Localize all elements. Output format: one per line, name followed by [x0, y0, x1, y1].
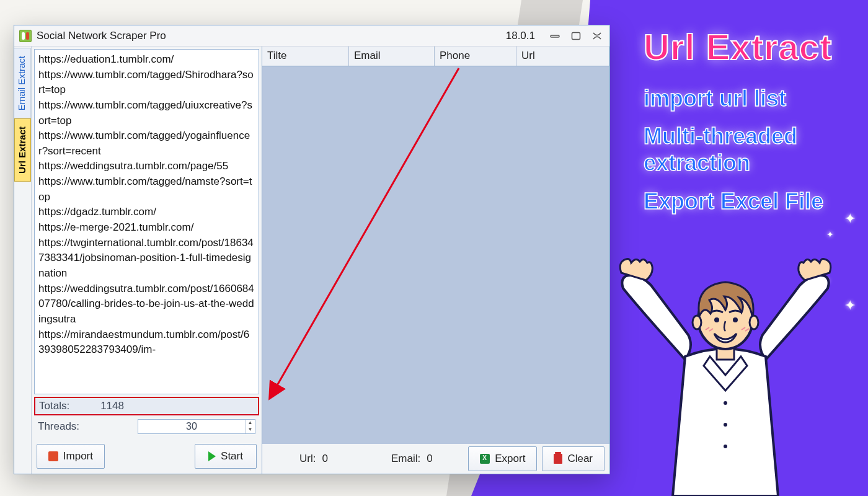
export-button[interactable]: Export [468, 446, 537, 471]
promo-line2: Multi-threaded extraction [644, 123, 861, 176]
version-label: 18.0.1 [506, 30, 535, 42]
status-url-label: Url: [299, 453, 316, 465]
status-url: Url: 0 [299, 453, 328, 465]
play-icon [208, 451, 216, 461]
svg-point-8 [693, 316, 701, 329]
left-pane: Email Extract Url Extract https://eduati… [14, 46, 262, 474]
totals-value: 1148 [100, 400, 124, 412]
maximize-button[interactable] [569, 31, 583, 41]
right-pane: Tilte Email Phone Url Url: 0 Email: 0 [262, 46, 609, 474]
app-window: Social Network Scraper Pro 18.0.1 Email … [14, 25, 610, 474]
promo-line3: Export Excel File [644, 188, 861, 215]
svg-rect-1 [572, 32, 580, 39]
status-email-value: 0 [427, 453, 432, 465]
status-row: Url: 0 Email: 0 Export Clear [262, 444, 609, 474]
svg-point-5 [724, 445, 727, 448]
excel-icon [480, 454, 490, 464]
clear-button[interactable]: Clear [542, 446, 604, 471]
promo-line1: import url list [644, 85, 861, 112]
spinner-up[interactable]: ▲ [246, 420, 255, 427]
results-grid-body[interactable] [262, 66, 609, 444]
spinner-arrows: ▲ ▼ [245, 420, 255, 433]
totals-label: Totals: [39, 400, 69, 412]
app-icon [19, 30, 32, 42]
trash-icon [554, 454, 562, 464]
promo-panel: Url Extract import url list Multi-thread… [644, 26, 861, 226]
status-email-label: Email: [391, 453, 420, 465]
sparkle-icon: ✦ [826, 229, 834, 239]
svg-point-11 [733, 317, 738, 322]
col-title[interactable]: Tilte [262, 46, 349, 66]
clear-label: Clear [567, 453, 593, 465]
import-button[interactable]: Import [37, 444, 105, 469]
side-tabs: Email Extract Url Extract [14, 46, 32, 474]
person-illustration [601, 248, 849, 496]
sparkle-icon: ✦ [844, 211, 856, 227]
svg-point-10 [714, 317, 719, 322]
svg-rect-0 [551, 35, 559, 37]
left-button-row: Import Start [34, 444, 259, 469]
export-label: Export [495, 453, 525, 465]
svg-point-3 [724, 401, 727, 405]
totals-row: Totals: 1148 [34, 397, 259, 415]
import-icon [48, 451, 58, 461]
threads-value: 30 [138, 420, 245, 433]
window-title: Social Network Scraper Pro [37, 30, 166, 42]
left-content: https://eduation1.tumblr.com/ https://ww… [32, 46, 262, 474]
spinner-down[interactable]: ▼ [246, 427, 255, 433]
close-button[interactable] [590, 31, 604, 41]
minimize-button[interactable] [547, 31, 562, 41]
import-label: Import [63, 450, 93, 463]
window-body: Email Extract Url Extract https://eduati… [14, 46, 609, 474]
start-button[interactable]: Start [195, 444, 257, 469]
status-url-value: 0 [322, 453, 327, 465]
svg-point-9 [750, 316, 758, 329]
threads-row: Threads: 30 ▲ ▼ [34, 418, 259, 435]
window-controls [547, 31, 604, 41]
titlebar: Social Network Scraper Pro 18.0.1 [14, 25, 609, 46]
start-label: Start [221, 450, 243, 463]
threads-spinner[interactable]: 30 ▲ ▼ [138, 419, 255, 434]
url-list-textarea[interactable]: https://eduation1.tumblr.com/ https://ww… [34, 49, 259, 394]
results-grid-header: Tilte Email Phone Url [262, 46, 609, 66]
col-phone[interactable]: Phone [435, 46, 516, 66]
svg-point-4 [724, 423, 727, 427]
threads-label: Threads: [38, 420, 79, 433]
tab-email-extract[interactable]: Email Extract [14, 48, 31, 118]
promo-heading: Url Extract [644, 26, 861, 68]
status-email: Email: 0 [391, 453, 433, 465]
col-email[interactable]: Email [349, 46, 435, 66]
right-buttons: Export Clear [468, 446, 604, 471]
col-url[interactable]: Url [516, 46, 609, 66]
tab-url-extract[interactable]: Url Extract [14, 118, 31, 182]
